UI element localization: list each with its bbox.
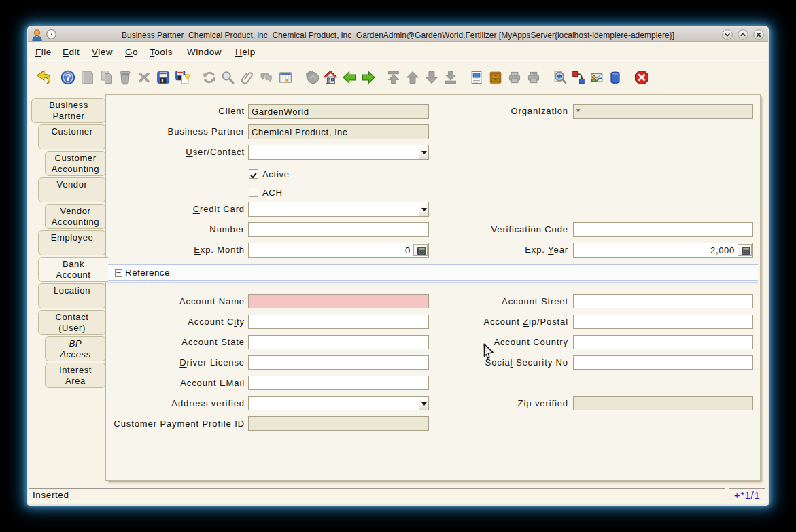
- svg-text:?: ?: [65, 72, 71, 83]
